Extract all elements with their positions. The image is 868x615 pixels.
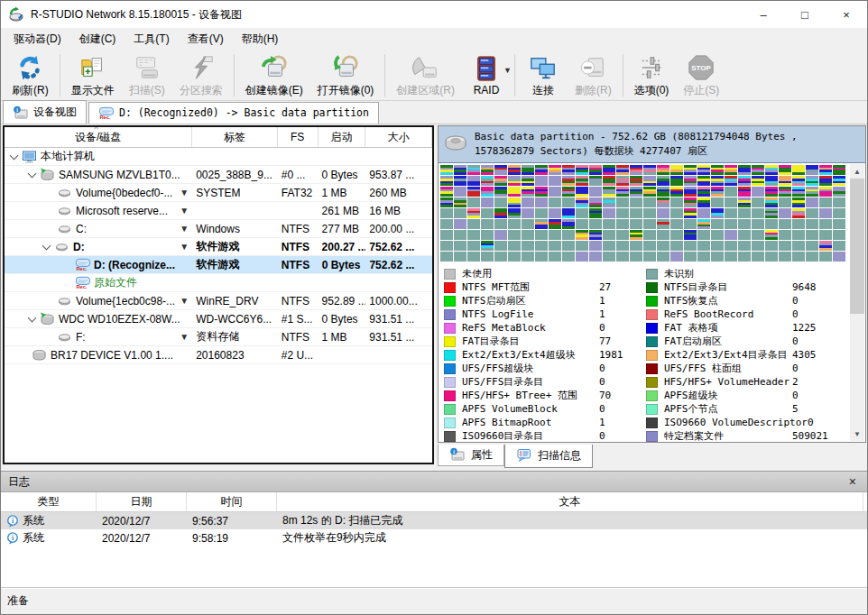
toolbar-separator bbox=[623, 54, 623, 96]
toolbar-button-1[interactable]: 显示文件 bbox=[64, 50, 122, 100]
scan-block bbox=[508, 208, 521, 218]
scan-block bbox=[792, 165, 805, 175]
chevron-down-icon[interactable] bbox=[28, 169, 37, 178]
scan-block bbox=[562, 197, 575, 207]
column-header-0[interactable]: ^设备/磁盘 bbox=[5, 127, 192, 147]
size-cell: 752.62 ... bbox=[365, 256, 432, 273]
scan-block bbox=[819, 230, 832, 240]
menu-item-1[interactable]: 创建(C) bbox=[70, 28, 125, 50]
start-cell bbox=[319, 274, 366, 291]
scan-block bbox=[833, 241, 845, 251]
table-row[interactable]: Rec. 原始文件 bbox=[5, 274, 432, 292]
scan-block bbox=[522, 230, 534, 240]
scan-block-map bbox=[439, 164, 850, 262]
table-row[interactable]: Rec. D: (Recognize... 软件游戏 NTFS 0 Bytes … bbox=[5, 256, 432, 274]
bottom-tab-label: 扫描信息 bbox=[538, 448, 581, 464]
combo-arrow-icon[interactable]: ▼ bbox=[180, 224, 192, 234]
toolbar-button-8[interactable]: 连接 bbox=[519, 50, 568, 100]
scan-block bbox=[779, 241, 791, 251]
bottom-tab-1[interactable]: 扫描信息 bbox=[504, 445, 593, 468]
toolbar-button-7[interactable]: ▼ RAID bbox=[462, 50, 511, 100]
scan-block bbox=[481, 197, 494, 207]
scan-block bbox=[752, 252, 764, 262]
scan-block bbox=[576, 208, 588, 218]
column-header-2[interactable]: FS bbox=[278, 127, 319, 147]
combo-arrow-icon[interactable]: ▼ bbox=[180, 242, 192, 252]
scan-block bbox=[711, 241, 724, 251]
legend-swatch bbox=[646, 282, 658, 293]
scan-block bbox=[725, 165, 737, 175]
chevron-down-icon[interactable] bbox=[42, 241, 51, 250]
column-header-3[interactable]: 启动 bbox=[319, 127, 366, 147]
combo-arrow-icon[interactable]: ▼ bbox=[180, 296, 192, 306]
scan-block bbox=[684, 219, 697, 229]
table-row[interactable]: 本地计算机 bbox=[5, 148, 432, 166]
fs-cell: NTFS bbox=[278, 220, 319, 237]
fs-cell: #2 U... bbox=[278, 346, 319, 363]
scan-block bbox=[562, 187, 575, 197]
size-cell: 931.51 ... bbox=[365, 310, 432, 327]
scan-block bbox=[440, 219, 453, 229]
log-row[interactable]: i系统 2020/12/7 9:56:37 8m 12s 的 D: 扫描已完成 bbox=[1, 512, 867, 529]
log-column-header-2[interactable]: 时间 bbox=[187, 492, 277, 511]
combo-arrow-icon[interactable]: ▼ bbox=[180, 206, 192, 216]
log-close-icon[interactable]: × bbox=[845, 474, 860, 489]
combo-arrow-icon[interactable]: ▼ bbox=[180, 332, 192, 342]
toolbar-button-label: RAID bbox=[474, 84, 500, 96]
maximize-button[interactable]: □ bbox=[784, 1, 826, 28]
scan-block bbox=[630, 165, 642, 175]
minimize-button[interactable]: – bbox=[743, 1, 784, 28]
table-row[interactable]: F: ▼ 资料存储 NTFS 1 MB 931.51 ... bbox=[5, 328, 432, 346]
column-header-4[interactable]: 大小 bbox=[365, 127, 432, 147]
scan-block bbox=[454, 241, 466, 251]
column-header-1[interactable]: 标签 bbox=[192, 127, 278, 147]
table-row[interactable]: WDC WD10EZEX-08W... WD-WCC6Y6... #1 S...… bbox=[5, 310, 432, 328]
log-column-header-3[interactable]: 文本 bbox=[277, 492, 863, 511]
toolbar-separator bbox=[60, 54, 60, 96]
device-name: WDC WD10EZEX-08W... bbox=[59, 313, 180, 326]
scan-block bbox=[616, 176, 629, 186]
log-column-header-0[interactable]: 类型 bbox=[1, 492, 97, 511]
scan-block bbox=[616, 230, 629, 240]
table-row[interactable]: Volume{0bedecf0-... ▼ SYSTEM FAT32 1 MB … bbox=[5, 184, 432, 202]
log-row[interactable]: i系统 2020/12/7 9:58:19 文件枚举在9秒内完成 bbox=[1, 529, 867, 546]
scroll-thumb[interactable] bbox=[850, 179, 864, 314]
chevron-down-icon[interactable] bbox=[28, 313, 37, 322]
table-row[interactable]: C: ▼ Windows NTFS 277 MB 200.00 ... bbox=[5, 220, 432, 238]
chevron-down-icon[interactable] bbox=[10, 151, 19, 160]
scan-scrollbar[interactable]: ▲ ▼ bbox=[850, 164, 864, 441]
toolbar-button-5[interactable]: 打开镜像(0) bbox=[310, 50, 382, 100]
toolbar-button-0[interactable]: 刷新(R) bbox=[5, 50, 56, 100]
log-column-header-1[interactable]: 日期 bbox=[97, 492, 187, 511]
scan-block bbox=[711, 230, 724, 240]
scan-block bbox=[616, 208, 629, 218]
menu-item-2[interactable]: 工具(T) bbox=[125, 28, 178, 50]
view-tab-1[interactable]: Rec. D: (Recognized0) -> Basic data part… bbox=[88, 102, 379, 124]
scan-block bbox=[792, 197, 805, 207]
scroll-down-icon[interactable]: ▼ bbox=[850, 427, 864, 441]
open-image-icon bbox=[331, 54, 360, 81]
close-button[interactable]: × bbox=[826, 1, 867, 28]
menu-item-3[interactable]: 查看(V) bbox=[179, 28, 233, 50]
view-tab-0[interactable]: i 设备视图 bbox=[3, 100, 87, 124]
scan-block bbox=[440, 197, 453, 207]
table-row[interactable]: D: ▼ 软件游戏 NTFS 200.27 ... 752.62 ... bbox=[5, 238, 432, 256]
scan-block bbox=[467, 165, 480, 175]
menu-item-4[interactable]: 帮助(H) bbox=[233, 28, 288, 50]
label-cell: Windows bbox=[192, 220, 278, 237]
combo-arrow-icon[interactable]: ▼ bbox=[180, 188, 192, 197]
scan-block bbox=[454, 208, 466, 218]
scan-block bbox=[643, 219, 656, 229]
menu-item-0[interactable]: 驱动器(D) bbox=[5, 28, 70, 50]
table-row[interactable]: Microsoft reserve... ▼ 261 MB 16 MB bbox=[5, 202, 432, 220]
table-row[interactable]: SAMSUNG MZVLB1T0... 0025_388B_9... #0 ..… bbox=[5, 166, 432, 184]
table-row[interactable]: BR17 DEVICE V1.00 1.... 20160823 #2 U... bbox=[5, 346, 432, 364]
legend-value: 27 bbox=[599, 281, 646, 293]
scroll-up-icon[interactable]: ▲ bbox=[850, 164, 864, 179]
bottom-tab-0[interactable]: i 属性 bbox=[438, 445, 504, 466]
toolbar-button-4[interactable]: 创建镜像(E) bbox=[238, 50, 310, 100]
scan-block bbox=[562, 230, 575, 240]
dropdown-arrow-icon[interactable]: ▼ bbox=[503, 66, 512, 75]
table-row[interactable]: Volume{1ecb0c98-... ▼ WinRE_DRV NTFS 952… bbox=[5, 292, 432, 310]
toolbar-button-10[interactable]: 选项(0) bbox=[627, 50, 677, 100]
